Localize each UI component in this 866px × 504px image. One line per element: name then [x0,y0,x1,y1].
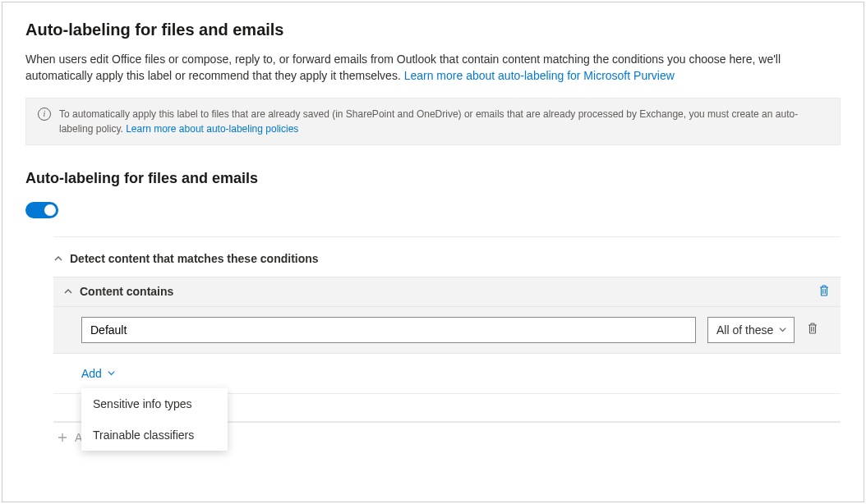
group-name-input[interactable] [81,317,696,343]
add-row: Add Sensitive info types Trainable class… [53,354,841,394]
info-text-wrap: To automatically apply this label to fil… [59,107,828,136]
delete-group-button[interactable] [806,322,819,337]
learn-more-purview-link[interactable]: Learn more about auto-labeling for Micro… [404,69,675,82]
panel-header: Content contains [53,277,841,307]
operator-value: All of these [716,323,773,337]
delete-panel-button[interactable] [818,284,831,300]
info-bar: i To automatically apply this label to f… [25,98,841,145]
intro-paragraph: When users edit Office files or compose,… [25,51,841,85]
content-contains-panel: Content contains All of these [53,277,841,423]
chevron-up-icon[interactable] [63,286,73,296]
indented-region: Detect content that matches these condit… [25,236,841,446]
menu-trainable-classifiers[interactable]: Trainable classifiers [81,419,228,451]
menu-sensitive-info-types[interactable]: Sensitive info types [81,388,228,419]
chevron-down-icon [778,325,787,334]
detect-conditions-label: Detect content that matches these condit… [70,252,319,265]
chevron-down-icon [107,369,116,378]
operator-select[interactable]: All of these [707,317,795,343]
add-dropdown: Sensitive info types Trainable classifie… [81,388,228,451]
group-row: All of these [53,307,841,354]
page-title: Auto-labeling for files and emails [25,21,841,39]
info-icon: i [38,108,51,121]
auto-labeling-toggle[interactable] [25,202,58,218]
section-heading: Auto-labeling for files and emails [25,170,841,187]
add-button[interactable]: Add [81,367,116,380]
content-area: Auto-labeling for files and emails When … [2,2,864,446]
plus-icon [57,432,68,443]
chevron-up-icon [53,254,63,263]
page-frame: Auto-labeling for files and emails When … [2,2,864,502]
learn-more-policies-link[interactable]: Learn more about auto-labeling policies [126,123,298,135]
divider [53,236,841,237]
add-label: Add [81,367,102,380]
detect-conditions-expander[interactable]: Detect content that matches these condit… [53,252,841,265]
panel-title: Content contains [80,285,811,298]
